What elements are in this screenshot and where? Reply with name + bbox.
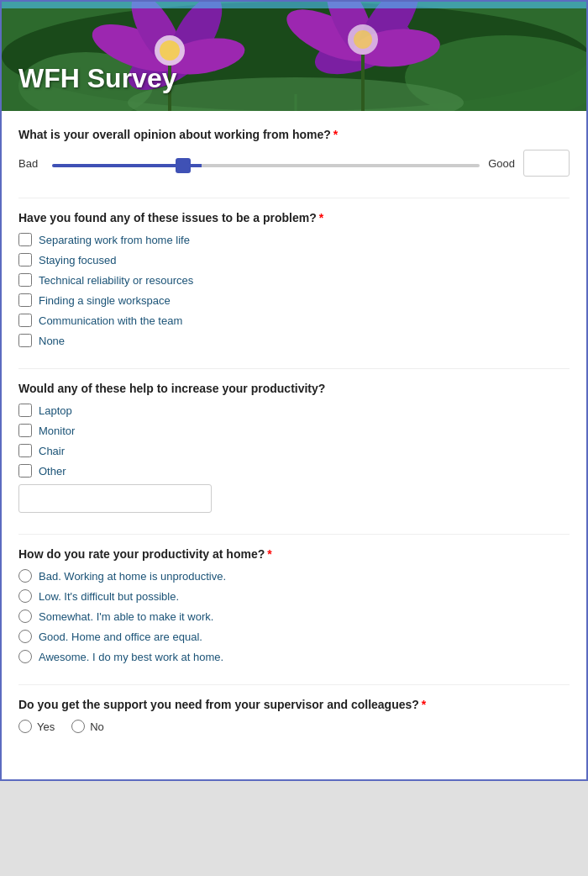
q3-checkbox-laptop[interactable] (18, 404, 32, 417)
q4-option-label-4[interactable]: Good. Home and office are equal. (39, 631, 202, 643)
q3-option-label-other[interactable]: Other (39, 465, 66, 478)
q4-option-label-3[interactable]: Somewhat. I'm able to make it work. (39, 610, 213, 623)
q1-slider-wrapper (52, 156, 480, 171)
q4-option-label-2[interactable]: Low. It's difficult but possible. (39, 590, 179, 603)
q4-radio-4[interactable] (18, 630, 32, 643)
q3-block: Would any of these help to increase your… (18, 382, 570, 513)
q1-block: What is your overall opinion about worki… (18, 128, 570, 177)
q3-checkbox-other[interactable] (18, 464, 32, 478)
q2-option-2: Staying focused (18, 253, 570, 266)
q5-radio-no[interactable] (71, 720, 85, 733)
q4-option-label-5[interactable]: Awesome. I do my best work at home. (39, 651, 223, 663)
q3-checkbox-chair[interactable] (18, 444, 32, 457)
q4-radio-2[interactable] (18, 589, 32, 603)
q2-option-1: Separating work from home life (18, 233, 570, 246)
survey-container: WFH Survey What is your overall opinion … (0, 0, 588, 781)
form-body: What is your overall opinion about worki… (2, 111, 586, 779)
survey-header: WFH Survey (2, 2, 586, 111)
q4-radio-3[interactable] (18, 610, 32, 623)
q5-label-no[interactable]: No (90, 720, 104, 733)
q3-other-text-input[interactable] (18, 484, 212, 513)
q2-checkbox-3[interactable] (18, 273, 32, 287)
q2-checkbox-5[interactable] (18, 314, 32, 327)
q2-option-label-6[interactable]: None (39, 335, 65, 347)
q5-radio-yes[interactable] (18, 720, 32, 733)
svg-point-11 (160, 40, 180, 61)
q2-option-4: Finding a single workspace (18, 293, 570, 307)
q3-option-3: Chair (18, 444, 570, 457)
q5-label: Do you get the support you need from you… (18, 698, 570, 711)
q2-checkbox-1[interactable] (18, 233, 32, 246)
q4-block: How do you rate your productivity at hom… (18, 547, 570, 663)
divider-1 (18, 198, 570, 198)
q4-option-label-1[interactable]: Bad. Working at home is unproductive. (39, 570, 226, 583)
header-background (2, 2, 586, 111)
q5-block: Do you get the support you need from you… (18, 698, 570, 733)
q3-option-2: Monitor (18, 424, 570, 437)
q5-label-yes[interactable]: Yes (37, 720, 55, 733)
q2-block: Have you found any of these issues to be… (18, 211, 570, 347)
q2-checkbox-2[interactable] (18, 253, 32, 266)
svg-rect-22 (2, 2, 586, 8)
q2-option-label-2[interactable]: Staying focused (39, 254, 117, 266)
q3-option-label-laptop[interactable]: Laptop (39, 404, 72, 417)
q5-option-no: No (71, 720, 104, 733)
q4-option-3: Somewhat. I'm able to make it work. (18, 610, 570, 623)
q4-label: How do you rate your productivity at hom… (18, 547, 570, 561)
q1-slider[interactable] (52, 164, 480, 167)
q3-option-label-chair[interactable]: Chair (39, 445, 65, 457)
q2-checkbox-6[interactable] (18, 334, 32, 347)
q1-label: What is your overall opinion about worki… (18, 128, 570, 141)
q2-option-label-3[interactable]: Technical reliability or resources (39, 274, 193, 287)
q3-checkbox-monitor[interactable] (18, 424, 32, 437)
q3-option-label-monitor[interactable]: Monitor (39, 425, 75, 437)
divider-4 (18, 684, 570, 685)
q2-checkbox-4[interactable] (18, 293, 32, 307)
q4-radio-1[interactable] (18, 569, 32, 583)
q2-option-label-1[interactable]: Separating work from home life (39, 234, 190, 246)
q1-value-input[interactable] (523, 150, 570, 177)
q4-option-2: Low. It's difficult but possible. (18, 589, 570, 603)
q2-option-label-4[interactable]: Finding a single workspace (39, 294, 171, 307)
q3-option-1: Laptop (18, 404, 570, 417)
q1-left-label: Bad (18, 157, 44, 170)
q2-option-3: Technical reliability or resources (18, 273, 570, 287)
divider-2 (18, 368, 570, 369)
q4-radio-5[interactable] (18, 650, 32, 663)
svg-point-18 (354, 30, 372, 49)
q5-radio-group: Yes No (18, 720, 570, 733)
q4-option-4: Good. Home and office are equal. (18, 630, 570, 643)
q4-option-5: Awesome. I do my best work at home. (18, 650, 570, 663)
q3-label: Would any of these help to increase your… (18, 382, 570, 395)
q2-label: Have you found any of these issues to be… (18, 211, 570, 224)
q2-option-6: None (18, 334, 570, 347)
q3-option-4: Other (18, 464, 570, 478)
q1-right-label: Good (488, 157, 515, 170)
q2-option-label-5[interactable]: Communication with the team (39, 314, 182, 327)
survey-title: WFH Survey (18, 63, 176, 94)
divider-3 (18, 534, 570, 535)
q1-slider-row: Bad Good (18, 150, 570, 177)
q4-option-1: Bad. Working at home is unproductive. (18, 569, 570, 583)
q2-option-5: Communication with the team (18, 314, 570, 327)
q5-option-yes: Yes (18, 720, 55, 733)
